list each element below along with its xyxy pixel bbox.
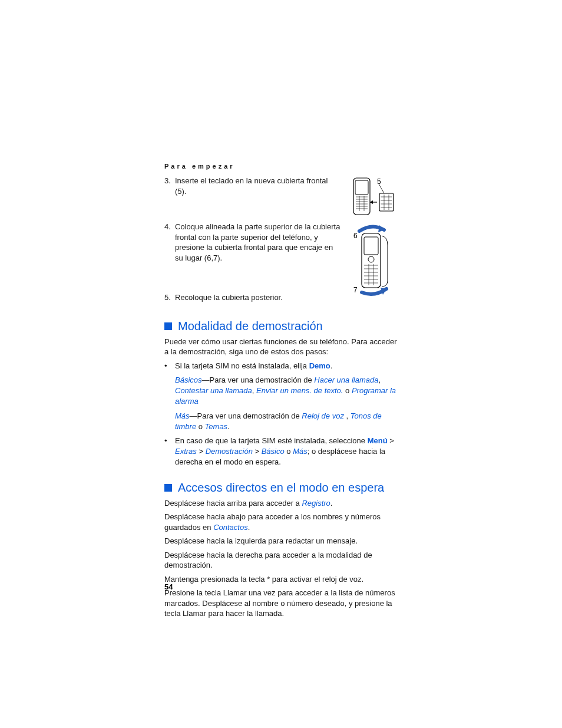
svg-point-23 [368, 256, 374, 262]
demo-bullet-2: En caso de que la tarjeta SIM esté insta… [175, 436, 397, 468]
step-3-text: Inserte el teclado en la nueva cubierta … [175, 176, 340, 196]
demo-link: Demo [309, 361, 330, 370]
step-4-number: 4. [164, 222, 175, 263]
figure-6-7-illustration: 6 7 [349, 222, 397, 297]
section-demo-mode-title: Modalidad de demostración [178, 319, 323, 333]
square-bullet-icon [164, 322, 172, 330]
step-3-number: 3. [164, 176, 175, 196]
shortcut-p6: Presione la tecla Llamar una vez para ac… [164, 588, 397, 619]
demo-basicos-line: Básicos—Para ver una demostración de Hac… [175, 375, 397, 407]
page-number: 54 [164, 582, 173, 591]
svg-line-19 [379, 184, 384, 193]
step-5: 5. Recoloque la cubierta posterior. [164, 292, 340, 303]
step-5-number: 5. [164, 292, 175, 303]
step-4-text: Coloque alineada la parte superior de la… [175, 222, 340, 263]
step-3: 3. Inserte el teclado en la nueva cubier… [164, 176, 340, 196]
square-bullet-icon [164, 484, 172, 492]
shortcut-p1: Desplácese hacia arriba para acceder a R… [164, 498, 397, 509]
demo-intro: Puede ver cómo usar ciertas funciones de… [164, 337, 397, 357]
svg-rect-12 [379, 193, 394, 211]
section-shortcuts-title: Accesos directos en el modo en espera [178, 481, 384, 495]
shortcut-p5: Mantenga presionada la tecla * para acti… [164, 574, 397, 585]
step-5-text: Recoloque la cubierta posterior. [175, 292, 340, 303]
figure-5-illustration: 5 [349, 176, 397, 217]
bullet-icon: • [164, 436, 175, 468]
svg-rect-1 [355, 180, 368, 195]
shortcut-p2: Desplácese hacia abajo para acceder a lo… [164, 512, 397, 532]
figure-label-6: 6 [353, 232, 358, 240]
bullet-icon: • [164, 361, 175, 371]
section-shortcuts-heading: Accesos directos en el modo en espera [164, 481, 397, 495]
demo-mas-line: Más—Para ver una demostración de Reloj d… [175, 411, 397, 432]
step-4: 4. Coloque alineada la parte superior de… [164, 222, 340, 263]
page-section-header: Para empezar [164, 163, 397, 170]
shortcut-p4: Desplácese hacia la derecha para acceder… [164, 550, 397, 571]
demo-bullet-1: Si la tarjeta SIM no está instalada, eli… [175, 361, 397, 371]
section-demo-mode-heading: Modalidad de demostración [164, 319, 397, 333]
svg-marker-11 [370, 200, 373, 204]
figure-label-7: 7 [353, 286, 358, 294]
svg-rect-22 [364, 237, 378, 255]
shortcut-p3: Desplácese hacia la izquierda para redac… [164, 536, 397, 546]
